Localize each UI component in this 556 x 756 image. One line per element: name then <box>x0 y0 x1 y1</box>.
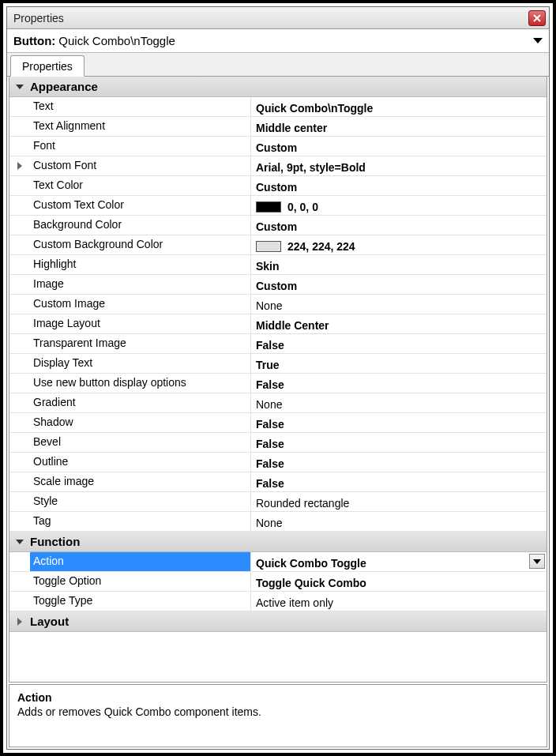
prop-custom-image[interactable]: Custom ImageNone <box>9 295 547 314</box>
description-title: Action <box>17 691 539 704</box>
properties-window: Properties Button: Quick Combo\nToggle P… <box>6 6 550 750</box>
object-header-label: Button: <box>13 34 55 47</box>
dropdown-button[interactable] <box>529 554 545 569</box>
property-grid[interactable]: Appearance TextQuick Combo\nToggle Text … <box>9 76 547 683</box>
prop-image[interactable]: ImageCustom <box>9 275 547 295</box>
prop-transparent-image[interactable]: Transparent ImageFalse <box>9 334 547 354</box>
prop-bevel[interactable]: BevelFalse <box>9 433 547 453</box>
prop-gradient[interactable]: GradientNone <box>9 393 547 413</box>
category-label: Function <box>30 535 80 548</box>
prop-text[interactable]: TextQuick Combo\nToggle <box>9 97 547 117</box>
prop-action[interactable]: ActionQuick Combo Toggle <box>9 552 547 572</box>
description-body: Adds or removes Quick Combo component it… <box>17 705 539 718</box>
object-header-value: Quick Combo\nToggle <box>58 34 533 47</box>
prop-text-color[interactable]: Text ColorCustom <box>9 176 547 196</box>
color-swatch-icon <box>256 241 281 252</box>
category-label: Appearance <box>30 80 98 93</box>
prop-shadow[interactable]: ShadowFalse <box>9 413 547 433</box>
prop-toggle-type[interactable]: Toggle TypeActive item only <box>9 592 547 611</box>
category-function[interactable]: Function <box>9 532 547 552</box>
expander-icon[interactable] <box>14 85 25 89</box>
prop-toggle-option[interactable]: Toggle OptionToggle Quick Combo <box>9 572 547 592</box>
chevron-down-icon <box>533 559 541 564</box>
prop-scale-image[interactable]: Scale imageFalse <box>9 472 547 492</box>
prop-highlight[interactable]: HighlightSkin <box>9 255 547 275</box>
prop-tag[interactable]: TagNone <box>9 512 547 532</box>
prop-custom-text-color[interactable]: Custom Text Color0, 0, 0 <box>9 196 547 216</box>
category-label: Layout <box>30 615 69 628</box>
color-swatch-icon <box>256 201 281 213</box>
tabstrip: Properties <box>7 53 549 77</box>
description-panel: Action Adds or removes Quick Combo compo… <box>9 684 547 747</box>
window-title: Properties <box>13 12 528 24</box>
category-appearance[interactable]: Appearance <box>9 77 547 97</box>
prop-custom-font[interactable]: Custom FontArial, 9pt, style=Bold <box>9 156 547 176</box>
close-icon <box>533 14 541 22</box>
category-layout[interactable]: Layout <box>9 611 547 632</box>
expander-icon[interactable] <box>14 162 25 170</box>
object-dropdown-icon[interactable] <box>533 38 543 43</box>
expander-icon[interactable] <box>14 618 25 626</box>
prop-custom-background-color[interactable]: Custom Background Color224, 224, 224 <box>9 235 547 255</box>
prop-style[interactable]: StyleRounded rectangle <box>9 492 547 512</box>
prop-outline[interactable]: OutlineFalse <box>9 453 547 472</box>
prop-background-color[interactable]: Background ColorCustom <box>9 216 547 235</box>
object-header[interactable]: Button: Quick Combo\nToggle <box>7 29 549 53</box>
prop-font[interactable]: FontCustom <box>9 137 547 156</box>
prop-text-alignment[interactable]: Text AlignmentMiddle center <box>9 117 547 137</box>
prop-image-layout[interactable]: Image LayoutMiddle Center <box>9 314 547 334</box>
expander-icon[interactable] <box>14 540 25 544</box>
prop-use-new-button-display[interactable]: Use new button display optionsFalse <box>9 374 547 393</box>
close-button[interactable] <box>528 10 546 26</box>
prop-display-text[interactable]: Display TextTrue <box>9 354 547 374</box>
tab-properties[interactable]: Properties <box>10 55 85 77</box>
titlebar[interactable]: Properties <box>7 7 549 29</box>
